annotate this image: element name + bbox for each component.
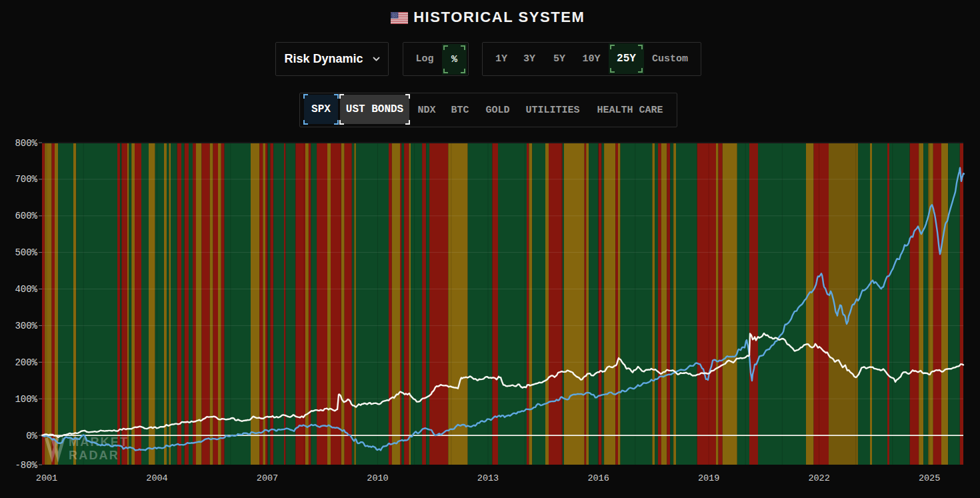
svg-text:2004: 2004 xyxy=(146,473,167,483)
svg-text:-80%: -80% xyxy=(15,460,37,471)
svg-text:2016: 2016 xyxy=(587,473,609,483)
svg-text:2025: 2025 xyxy=(919,473,940,483)
svg-text:600%: 600% xyxy=(15,211,37,221)
svg-text:MARKET: MARKET xyxy=(69,435,129,449)
svg-text:2019: 2019 xyxy=(698,473,719,483)
svg-text:100%: 100% xyxy=(15,394,37,405)
svg-text:RADAR: RADAR xyxy=(69,449,119,462)
svg-text:400%: 400% xyxy=(15,284,37,295)
svg-text:500%: 500% xyxy=(15,247,37,258)
svg-text:700%: 700% xyxy=(15,174,37,185)
svg-text:0%: 0% xyxy=(26,431,37,441)
svg-text:200%: 200% xyxy=(15,357,37,368)
svg-text:800%: 800% xyxy=(15,138,37,149)
svg-text:2013: 2013 xyxy=(477,473,499,483)
svg-text:300%: 300% xyxy=(15,321,37,331)
svg-text:2001: 2001 xyxy=(36,473,57,483)
svg-text:2007: 2007 xyxy=(257,473,278,483)
svg-text:2022: 2022 xyxy=(808,473,829,483)
svg-text:2010: 2010 xyxy=(367,473,388,483)
